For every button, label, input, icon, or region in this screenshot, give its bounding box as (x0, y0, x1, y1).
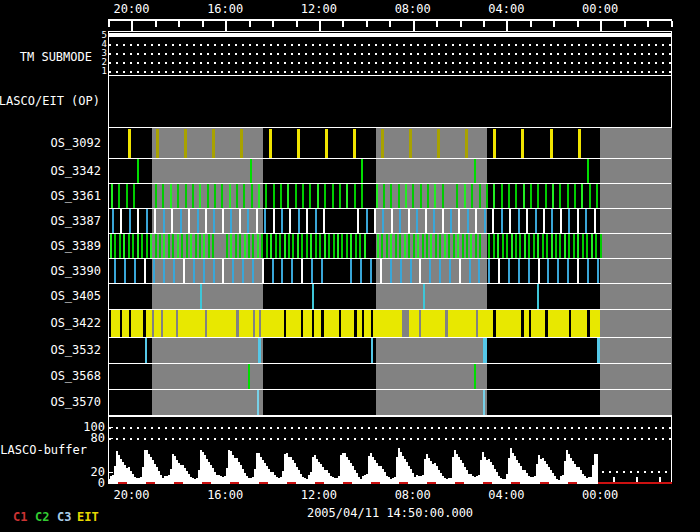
legend-item-eit: EIT (77, 510, 99, 524)
event-line (133, 184, 135, 208)
event-line (502, 234, 504, 258)
event-line (230, 234, 232, 258)
event-line (162, 184, 164, 208)
event-line (578, 129, 581, 158)
event-line (519, 234, 521, 258)
event-line (526, 209, 528, 233)
row-label: OS_3342 (50, 165, 101, 177)
event-line (568, 234, 570, 258)
event-line (302, 184, 304, 208)
event-line (492, 209, 494, 233)
axis-tick (553, 21, 555, 27)
event-line (528, 234, 530, 258)
event-line (291, 259, 293, 283)
event-line (273, 209, 275, 233)
event-line (478, 259, 480, 283)
event-line (456, 184, 458, 208)
event-line (222, 259, 224, 283)
event-line (315, 209, 317, 233)
row-label: OS_3387 (50, 215, 101, 227)
gray-band (152, 128, 263, 415)
event-line (420, 184, 422, 208)
event-line (364, 234, 366, 258)
event-line (439, 259, 441, 283)
event-line (508, 184, 510, 208)
event-line (213, 259, 215, 283)
axis-tick (155, 21, 157, 27)
event-line (144, 259, 146, 283)
event-line (190, 234, 192, 258)
row-separator (109, 183, 671, 184)
event-line (120, 209, 122, 233)
event-line (184, 129, 187, 158)
event-line (163, 209, 165, 233)
event-line (243, 184, 245, 208)
event-line (390, 234, 392, 258)
event-line (361, 184, 363, 208)
event-line (110, 234, 112, 258)
event-line (501, 184, 503, 208)
event-line (128, 129, 131, 158)
event-line (366, 209, 368, 233)
event-line (150, 234, 152, 258)
event-line (567, 184, 569, 208)
event-line (226, 234, 228, 258)
buffer-grid-line-20-partial (602, 471, 670, 473)
event-line (154, 209, 156, 233)
event-line (370, 259, 372, 283)
event-line (523, 184, 525, 208)
axis-tick (272, 21, 274, 27)
event-line (559, 234, 561, 258)
event-line (311, 259, 313, 283)
event-line (173, 259, 175, 283)
event-line (119, 234, 121, 258)
event-line (324, 234, 326, 258)
event-line (433, 209, 435, 233)
row-separator (109, 389, 671, 390)
axis-tick (202, 21, 204, 27)
event-line (484, 209, 486, 233)
event-line (236, 184, 238, 208)
event-line (546, 234, 548, 258)
event-line (448, 234, 450, 258)
event-line (469, 259, 471, 283)
buffer-grid-line (109, 427, 671, 429)
event-line (551, 209, 553, 233)
event-line (493, 184, 495, 208)
event-line (171, 209, 173, 233)
event-line (470, 234, 472, 258)
os-3422-gap (545, 310, 548, 337)
op-panel (108, 75, 672, 128)
event-line (538, 259, 540, 283)
event-line (412, 184, 414, 208)
event-line (423, 284, 425, 309)
event-line (390, 184, 392, 208)
event-line (511, 234, 513, 258)
event-line (155, 234, 157, 258)
event-line (442, 184, 444, 208)
os-3422-gap (521, 310, 524, 337)
event-line (262, 259, 264, 283)
event-line (324, 184, 326, 208)
event-line (177, 234, 179, 258)
event-line (466, 234, 468, 258)
event-line (193, 259, 195, 283)
event-line (239, 234, 241, 258)
event-line (185, 184, 187, 208)
event-line (341, 234, 343, 258)
event-line (232, 259, 234, 283)
event-line (515, 184, 517, 208)
event-line (567, 259, 569, 283)
event-line (129, 209, 131, 233)
event-line (310, 234, 312, 258)
event-line (250, 159, 252, 183)
event-line (163, 234, 165, 258)
event-line (498, 259, 500, 283)
event-line (280, 184, 282, 208)
tm-submode-trace (109, 33, 671, 37)
event-line (235, 234, 237, 258)
buffer-baseline-red-line (598, 482, 672, 484)
buffer-baseline-red-dash (455, 482, 464, 484)
event-line (422, 234, 424, 258)
os-3422-gap (419, 310, 421, 337)
